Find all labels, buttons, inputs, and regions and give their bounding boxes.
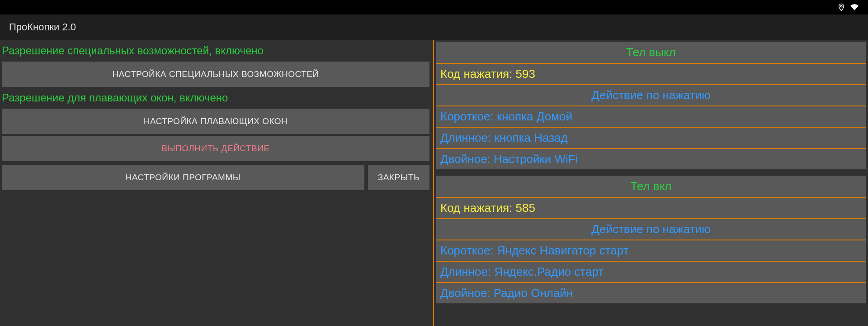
key-card-title: Тел выкл	[436, 42, 866, 64]
status-bar	[0, 0, 868, 14]
svg-point-0	[840, 5, 842, 7]
main-content: Разрешение специальных возможностей, вкл…	[0, 40, 868, 326]
key-card-double: Двойное: Радио Онлайн	[436, 283, 866, 303]
key-card-long: Длинное: кнопка Назад	[436, 128, 866, 149]
key-card-code: Код нажатия: 593	[436, 64, 866, 85]
key-card[interactable]: Тел вкл Код нажатия: 585 Действие по наж…	[436, 176, 866, 303]
app-header: ПроКнопки 2.0	[0, 14, 868, 40]
key-card-long: Длинное: Яндекс.Радио старт	[436, 262, 866, 283]
close-button[interactable]: ЗАКРЫТЬ	[368, 165, 429, 190]
key-card-title: Тел вкл	[436, 176, 866, 198]
key-card-short: Короткое: Яндекс Навигатор старт	[436, 240, 866, 262]
key-card-code: Код нажатия: 585	[436, 198, 866, 219]
key-card[interactable]: Тел выкл Код нажатия: 593 Действие по на…	[436, 42, 866, 169]
app-title: ПроКнопки 2.0	[9, 21, 76, 33]
accessibility-settings-button[interactable]: НАСТРОЙКА СПЕЦИАЛЬНЫХ ВОЗМОЖНОСТЕЙ	[2, 62, 429, 87]
floating-status: Разрешение для плавающих окон, включено	[0, 89, 431, 107]
key-card-action-header: Действие по нажатию	[436, 219, 866, 240]
location-icon	[837, 3, 845, 11]
left-pane: Разрешение специальных возможностей, вкл…	[0, 40, 434, 326]
bottom-button-row: НАСТРОЙКИ ПРОГРАММЫ ЗАКРЫТЬ	[0, 163, 431, 192]
program-settings-button[interactable]: НАСТРОЙКИ ПРОГРАММЫ	[2, 165, 364, 190]
wifi-icon	[850, 3, 859, 11]
accessibility-status: Разрешение специальных возможностей, вкл…	[0, 42, 431, 60]
right-pane[interactable]: Тел выкл Код нажатия: 593 Действие по на…	[434, 40, 868, 326]
key-card-double: Двойное: Настройки WiFi	[436, 149, 866, 169]
execute-action-button[interactable]: ВЫПОЛНИТЬ ДЕЙСТВИЕ	[2, 136, 429, 161]
floating-settings-button[interactable]: НАСТРОЙКА ПЛАВАЮЩИХ ОКОН	[2, 109, 429, 134]
key-card-action-header: Действие по нажатию	[436, 85, 866, 106]
key-card-short: Короткое: кнопка Домой	[436, 106, 866, 128]
